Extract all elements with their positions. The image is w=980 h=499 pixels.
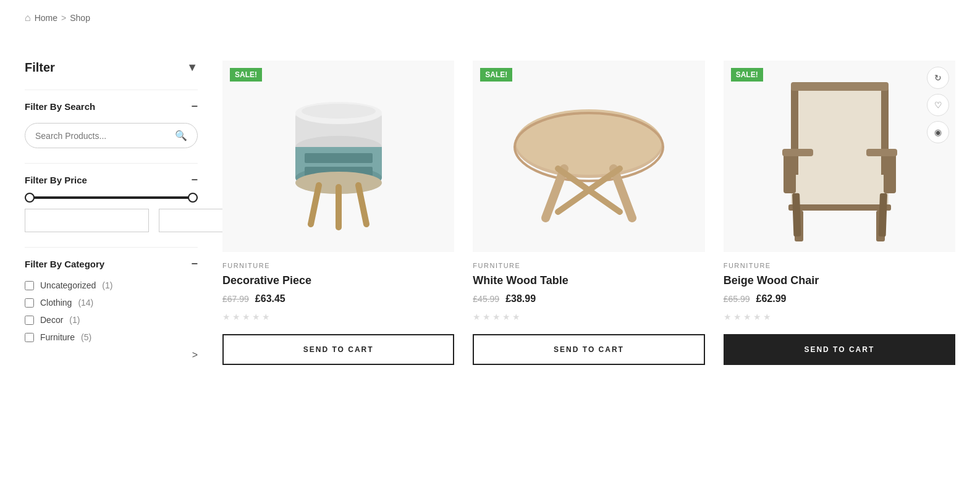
product-image-wrapper: SALE!: [222, 61, 454, 252]
sale-badge: SALE!: [731, 68, 763, 82]
filter-search-title: Filter By Search: [25, 101, 95, 112]
category-checkbox[interactable]: [25, 333, 34, 342]
star-empty: ★: [753, 312, 761, 322]
product-prices: £45.99 £38.99: [473, 293, 704, 304]
filter-title: Filter: [25, 61, 55, 75]
filter-price-header: Filter By Price −: [25, 174, 198, 187]
product-action-icons: ↻ ♡ ◉: [927, 67, 949, 143]
category-label: Uncategorized: [40, 280, 96, 290]
star-empty: ★: [733, 312, 741, 322]
product-card: SALE!: [724, 61, 955, 365]
product-card: SALE! FURNITURE White Wood Table £45.99 …: [473, 61, 704, 365]
add-to-cart-button[interactable]: SEND TO CART: [724, 334, 955, 365]
star-empty: ★: [232, 312, 240, 322]
star-empty: ★: [252, 312, 260, 322]
price-sale: £63.45: [255, 293, 285, 304]
product-category: FURNITURE: [222, 262, 454, 269]
sale-badge: SALE!: [480, 68, 512, 82]
product-card: SALE! FU: [222, 61, 454, 365]
star-empty: ★: [222, 312, 230, 322]
breadcrumb-home[interactable]: Home: [35, 13, 57, 23]
sale-badge: SALE!: [230, 68, 262, 82]
product-image-wrapper: SALE!: [473, 61, 704, 252]
price-slider-min-thumb[interactable]: [25, 193, 35, 203]
breadcrumb-current: Shop: [70, 13, 90, 23]
category-item: Uncategorized (1): [25, 280, 198, 290]
svg-rect-24: [791, 175, 889, 206]
svg-rect-33: [866, 149, 897, 156]
price-min-input[interactable]: 0: [25, 209, 149, 232]
svg-rect-23: [791, 82, 889, 91]
product-category: FURNITURE: [724, 262, 955, 269]
star-empty: ★: [502, 312, 510, 322]
svg-rect-20: [796, 88, 889, 175]
svg-rect-28: [792, 193, 801, 237]
category-count: (5): [81, 332, 91, 342]
svg-rect-32: [782, 149, 813, 156]
category-label: Clothing: [40, 298, 72, 308]
sidebar: Filter ▼ Filter By Search − 🔍 Filter By …: [25, 61, 198, 375]
search-wrapper: 🔍: [25, 123, 198, 148]
category-label: Furniture: [40, 332, 75, 342]
search-collapse-icon[interactable]: −: [191, 100, 198, 113]
category-item: Decor (1): [25, 315, 198, 325]
product-rating: ★★★★★: [222, 312, 454, 322]
product-rating: ★★★★★: [724, 312, 955, 322]
filter-by-search-section: Filter By Search − 🔍: [25, 90, 198, 148]
category-checkbox[interactable]: [25, 281, 34, 290]
wishlist-icon-btn[interactable]: ♡: [927, 94, 949, 116]
filter-by-price-section: Filter By Price − 0 90: [25, 163, 198, 232]
home-icon: ⌂: [25, 12, 31, 23]
star-empty: ★: [512, 312, 520, 322]
product-category: FURNITURE: [473, 262, 704, 269]
product-rating: ★★★★★: [473, 312, 704, 322]
star-empty: ★: [492, 312, 501, 322]
products-area: SALE! FU: [222, 61, 955, 375]
star-empty: ★: [473, 312, 481, 322]
category-list: Uncategorized (1) Clothing (14) Decor (1…: [25, 280, 198, 342]
price-slider-max-thumb[interactable]: [188, 193, 198, 203]
category-checkbox[interactable]: [25, 316, 34, 325]
product-image: [724, 61, 955, 252]
price-original: £65.99: [724, 294, 750, 304]
star-empty: ★: [483, 312, 491, 322]
star-empty: ★: [763, 312, 771, 322]
product-info: FURNITURE White Wood Table £45.99 £38.99…: [473, 262, 704, 365]
add-to-cart-button[interactable]: SEND TO CART: [473, 334, 704, 365]
star-empty: ★: [743, 312, 751, 322]
price-sale: £38.99: [505, 293, 536, 304]
product-prices: £67.99 £63.45: [222, 293, 454, 304]
svg-rect-31: [884, 150, 896, 193]
filter-category-title: Filter By Category: [25, 259, 104, 269]
add-to-cart-button[interactable]: SEND TO CART: [222, 334, 454, 365]
price-original: £45.99: [473, 294, 499, 304]
quickview-icon-btn[interactable]: ◉: [927, 121, 949, 143]
search-input[interactable]: [35, 131, 175, 141]
price-original: £67.99: [222, 294, 249, 304]
category-collapse-icon[interactable]: −: [191, 258, 198, 270]
svg-rect-25: [788, 204, 891, 211]
breadcrumb-separator: >: [61, 13, 66, 23]
rotate-icon-btn[interactable]: ↻: [927, 67, 949, 89]
category-count: (1): [102, 280, 112, 290]
product-info: FURNITURE Decorative Piece £67.99 £63.45…: [222, 262, 454, 365]
product-name: White Wood Table: [473, 274, 704, 287]
category-count: (1): [69, 315, 80, 325]
product-info: FURNITURE Beige Wood Chair £65.99 £62.99…: [724, 262, 955, 365]
filter-search-header: Filter By Search −: [25, 100, 198, 113]
filter-price-title: Filter By Price: [25, 175, 87, 185]
filter-header: Filter ▼: [25, 61, 198, 75]
svg-point-12: [302, 104, 376, 119]
filter-by-category-section: Filter By Category − Uncategorized (1) C…: [25, 247, 198, 361]
price-slider[interactable]: [25, 196, 198, 199]
filter-icon: ▼: [187, 61, 198, 74]
category-checkbox[interactable]: [25, 298, 34, 308]
price-collapse-icon[interactable]: −: [191, 174, 198, 187]
svg-rect-5: [305, 153, 373, 163]
category-label: Decor: [40, 315, 63, 325]
category-item: Clothing (14): [25, 298, 198, 308]
product-prices: £65.99 £62.99: [724, 293, 955, 304]
products-grid: SALE! FU: [222, 61, 955, 365]
price-sale: £62.99: [756, 293, 786, 304]
category-expand-arrow[interactable]: >: [25, 350, 198, 361]
